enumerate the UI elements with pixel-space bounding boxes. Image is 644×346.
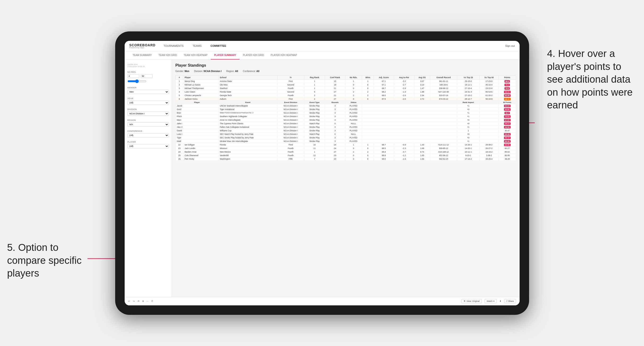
no-rds-max-input[interactable]	[141, 74, 152, 78]
col-vs50: Vs Top 50	[480, 75, 498, 79]
filter-bar: Gender: Men Division: NCAA Division I Re…	[176, 70, 516, 72]
year-select[interactable]: (All)	[128, 101, 169, 105]
table-row: 1 Wenyi Ding Arizona State First 1 15 1 …	[176, 79, 516, 83]
content-area: Player Standings Gender: Men Division: N…	[172, 60, 520, 297]
eye-icon: 👁	[464, 300, 466, 302]
col-adj-score: Adj. Score	[374, 75, 394, 79]
year-section: Year (All)	[128, 97, 169, 105]
region-section: Region N/A	[128, 119, 169, 127]
col-yr: Yr	[277, 75, 304, 79]
table-row: 5 Christo Lamprecht Georgia Tech Fourth …	[176, 94, 516, 97]
gender-label: Gender	[128, 86, 169, 89]
table-row: 2 Michael La Sasso Ole Miss Second 1 18 …	[176, 83, 516, 86]
col-no-rds: No Rds.	[345, 75, 362, 79]
tab-player-summary[interactable]: PLAYER SUMMARY	[211, 51, 240, 59]
nav-committee[interactable]: COMMITTEE	[210, 44, 227, 47]
nav-links: TOURNAMENTS TEAMS COMMITTEE	[163, 44, 506, 47]
table-row: 26 Petr Hruby Washington Fifth 7 23 0 0 …	[176, 157, 516, 161]
no-rds-min-input[interactable]	[128, 74, 139, 78]
table-row: 25 Cole Sherwood Vanderbilt Fourth 12 23…	[176, 154, 516, 157]
tab-team-h2h-heatmap[interactable]: TEAM H2H HEATMAP	[180, 51, 211, 59]
tab-team-h2h-grid[interactable]: TEAM H2H GRID	[155, 51, 180, 59]
tooltip-row: Alex C Fallen Oak Collegiate Invitationa…	[176, 125, 516, 129]
table-row: 22 Ian Gilligan Florida Third 10 24 1 1 …	[176, 143, 516, 147]
division-select[interactable]: NCAA Division I	[128, 112, 169, 116]
col-avg-to-par: Avg to-Par	[394, 75, 414, 79]
tooltip-row: Jacob UNCW Seahawk Intercollegiate NCAA …	[176, 104, 516, 107]
col-conf-rank: Conf Rank	[325, 75, 345, 79]
redo-button[interactable]: ↪	[133, 300, 135, 302]
share-button[interactable]: ⤴ Share	[504, 299, 516, 303]
no-rds-section: No Rds.	[128, 71, 169, 83]
tab-player-h2h-grid[interactable]: PLAYER H2H GRID	[240, 51, 267, 59]
no-rds-slider	[128, 79, 169, 83]
tablet-frame: SCOREBOARD Powered by clippi TOURNAMENTS…	[115, 31, 529, 315]
no-rds-slider-input[interactable]	[128, 79, 146, 83]
col-vs25: Vs Top 25	[457, 75, 480, 79]
gender-select[interactable]: Men	[128, 90, 169, 94]
bottom-toolbar: ↩ ↪ ⟳ ⧉ ··· ⏱ 👁 View: Original	[125, 297, 520, 305]
col-player: Player	[183, 75, 218, 79]
clock-button[interactable]: ⏱	[151, 300, 153, 302]
col-reg-rank: Reg Rank	[304, 75, 325, 79]
main-content: Update time: 27/01/2024 16:56:26 No Rds.	[125, 60, 520, 297]
standings-table: # Player School Yr Reg Rank Conf Rank No…	[176, 75, 516, 161]
no-rds-label: No Rds.	[128, 71, 169, 73]
table-row-highlighted: 6 Jackson Koivu Auburn First 2 27 0 0 87…	[176, 97, 516, 101]
col-wins: Wins	[362, 75, 374, 79]
annotation-right-text: 4. Hover over a player's points to see a…	[547, 48, 633, 111]
gender-section: Gender Men	[128, 86, 169, 94]
conference-label: Conference	[128, 130, 169, 132]
annotation-left-text: 5. Option to compare specific players	[7, 242, 82, 279]
conference-select[interactable]: (All)	[128, 133, 169, 138]
sign-out-button[interactable]: Sign out	[505, 44, 515, 47]
undo-icon: ↩	[128, 300, 130, 302]
brand: SCOREBOARD Powered by clippi	[129, 43, 156, 49]
copy-button[interactable]: ⧉	[142, 300, 144, 303]
dots-button[interactable]: ···	[147, 300, 148, 302]
player-select[interactable]: (All)	[128, 144, 169, 148]
tooltip-row: Mattl Mirabel Maui Jim Intercollegiate N…	[176, 139, 516, 143]
copy-icon: ⧉	[142, 300, 144, 303]
tab-player-h2h-heatmap[interactable]: PLAYER H2H HEATMAP	[267, 51, 300, 59]
col-num: #	[176, 75, 183, 79]
view-original-button[interactable]: 👁 View: Original	[462, 299, 482, 303]
update-section: Update time: 27/01/2024 16:56:26	[128, 63, 169, 68]
update-label: Update time: 27/01/2024 16:56:26	[128, 63, 169, 68]
dots-icon: ···	[147, 300, 148, 302]
tooltip-header-row: Player Event Event Division Event Type R…	[176, 101, 516, 104]
redo-icon: ↪	[133, 300, 135, 302]
player-section: Player (All)	[128, 141, 169, 148]
tablet-screen: SCOREBOARD Powered by clippi TOURNAMENTS…	[125, 41, 520, 305]
download-button[interactable]: ⬇	[500, 300, 502, 302]
download-icon: ⬇	[500, 300, 502, 302]
tooltip-row: Luke I SEC Match Play hosted by Jerry Pa…	[176, 132, 516, 136]
nav-teams[interactable]: TEAMS	[192, 44, 202, 47]
tab-team-summary[interactable]: TEAM SUMMARY	[129, 51, 156, 59]
no-rds-inputs	[128, 74, 169, 78]
refresh-icon: ⟳	[138, 300, 140, 302]
tooltip-row: Bren Wake Forest Invitational at Pinehur…	[176, 111, 516, 115]
sidebar: Update time: 27/01/2024 16:56:26 No Rds.	[125, 60, 172, 297]
refresh-button[interactable]: ⟳	[138, 300, 140, 302]
region-filter: Region: All	[226, 70, 238, 72]
year-label: Year	[128, 97, 169, 100]
clock-icon: ⏱	[151, 300, 153, 302]
top-nav: SCOREBOARD Powered by clippi TOURNAMENTS…	[125, 41, 520, 51]
view-original-label: View: Original	[466, 300, 480, 302]
watch-button[interactable]: Watch ▾	[484, 299, 497, 303]
col-points: Points	[498, 75, 516, 79]
col-avg-sg: Avg SG	[414, 75, 430, 79]
gender-filter: Gender: Men	[176, 70, 190, 72]
undo-button[interactable]: ↩	[128, 300, 130, 302]
nav-tournaments[interactable]: TOURNAMENTS	[163, 44, 185, 47]
player-label: Player	[128, 141, 169, 143]
region-label: Region	[128, 119, 169, 121]
tooltip-row: David Williams Cup NCAA Division I Strok…	[176, 129, 516, 132]
region-select[interactable]: N/A	[128, 122, 169, 127]
tooltip-row: Jake I The Cypress Point Classic NCAA Di…	[176, 122, 516, 125]
sub-nav: TEAM SUMMARY TEAM H2H GRID TEAM H2H HEAT…	[125, 51, 520, 60]
tooltip-row: Phich Southern Highlands Collegiate NCAA…	[176, 115, 516, 118]
chevron-down-icon: ▾	[493, 300, 494, 302]
tooltip-row: Marc Amer An Intercollegiate NCAA Divisi…	[176, 118, 516, 122]
